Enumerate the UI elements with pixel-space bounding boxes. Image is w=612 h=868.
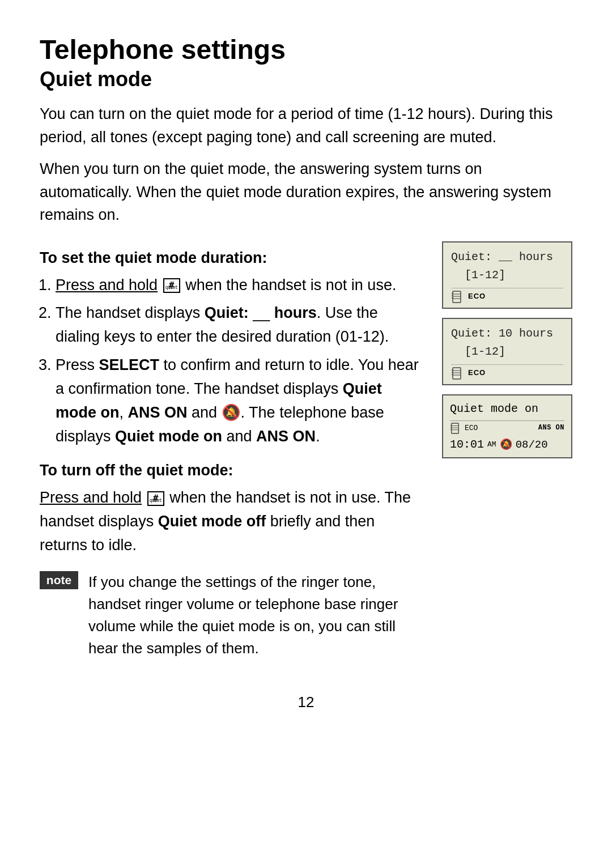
step3-bold3: ANS ON: [128, 404, 188, 421]
main-content-area: To set the quiet mode duration: Press an…: [40, 236, 572, 659]
lcd-screen-3: Quiet mode on ECO ANS ON: [442, 394, 572, 459]
svg-rect-0: [453, 291, 461, 303]
screen3-date: 08/20: [516, 436, 548, 453]
set-duration-heading: To set the quiet mode duration:: [40, 249, 419, 267]
intro-paragraph-2: When you turn on the quiet mode, the ans…: [40, 158, 572, 227]
step3-text-middle2: ,: [120, 404, 128, 421]
step3-text-before: Press: [56, 356, 99, 373]
screen3-status-row: ECO ANS ON: [450, 420, 564, 435]
svg-rect-7: [453, 368, 461, 379]
left-column: To set the quiet mode duration: Press an…: [40, 236, 419, 659]
phone-book-icon-2: [451, 367, 462, 380]
step3-text-end: .: [316, 428, 320, 445]
step1-press-hold: Press and hold: [56, 276, 158, 293]
screen3-time: 10:01: [450, 436, 484, 454]
screen1-line1: Quiet: __ hours: [451, 248, 563, 266]
turn-off-quiet-key-icon: #quiet: [147, 491, 164, 506]
lcd-screen-1: Quiet: __ hours [1-12] ECO: [442, 241, 572, 309]
turn-off-section: To turn off the quiet mode: Press and ho…: [40, 462, 419, 558]
turn-off-heading: To turn off the quiet mode:: [40, 462, 419, 479]
svg-rect-14: [452, 423, 459, 433]
screen1-line2: [1-12]: [451, 266, 563, 284]
phone-book-icon-3: [450, 423, 460, 434]
screen1-bottom-bar: ECO: [451, 288, 563, 303]
step3-bold5: ANS ON: [256, 428, 316, 445]
screen2-line2: [1-12]: [451, 343, 563, 361]
page-title: Telephone settings: [40, 34, 572, 65]
steps-list: Press and hold #quiet when the handset i…: [40, 274, 419, 449]
section-subtitle: Quiet mode: [40, 67, 572, 91]
quiet-key-icon: #quiet: [163, 278, 180, 293]
step-3: Press SELECT to confirm and return to id…: [56, 354, 419, 448]
screen3-line1: Quiet mode on: [450, 400, 564, 418]
step-1: Press and hold #quiet when the handset i…: [56, 274, 419, 297]
step3-text-middle5: and: [222, 428, 256, 445]
step2-bold2: hours: [274, 304, 317, 321]
step-2: The handset displays Quiet: __ hours. Us…: [56, 301, 419, 349]
turn-off-bold: Quiet mode off: [158, 513, 266, 530]
screen3-ans-on-label: ANS ON: [538, 423, 564, 433]
turn-off-hashtag-icon: #quiet: [146, 489, 170, 506]
note-box: note If you change the settings of the r…: [40, 571, 419, 659]
page-number: 12: [40, 693, 572, 711]
screen3-time-suffix: AM: [487, 439, 496, 451]
screen2-eco-label: ECO: [468, 367, 486, 379]
step3-text-middle3: and: [188, 404, 222, 421]
step2-bold1: Quiet:: [205, 304, 249, 321]
screen3-eco-label: ECO: [465, 423, 478, 435]
screen1-eco-label: ECO: [468, 291, 486, 303]
phone-book-icon-1: [451, 291, 462, 303]
step2-text-middle: __: [249, 304, 274, 321]
screen2-bottom-bar: ECO: [451, 364, 563, 380]
lcd-screen-2: Quiet: 10 hours [1-12] ECO: [442, 318, 572, 385]
turn-off-paragraph: Press and hold #quiet when the handset i…: [40, 486, 419, 558]
note-text: If you change the settings of the ringer…: [88, 571, 419, 659]
screen3-time-row: 10:01AM 🔕 08/20: [450, 436, 564, 454]
bell-icon: 🔕: [500, 437, 512, 453]
step1-hashtag-icon: #quiet: [162, 276, 186, 293]
right-column-screens: Quiet: __ hours [1-12] ECO Quiet: 10 hou…: [442, 241, 572, 459]
step1-post-text: when the handset is not in use.: [185, 276, 396, 293]
turn-off-press-hold: Press and hold: [40, 489, 142, 506]
step2-text-before: The handset displays: [56, 304, 205, 321]
step3-bold1: SELECT: [99, 356, 160, 373]
step3-symbol: 🔕: [222, 404, 241, 421]
note-label: note: [40, 571, 78, 589]
screen3-left-status: ECO: [450, 423, 478, 435]
intro-paragraph-1: You can turn on the quiet mode for a per…: [40, 103, 572, 148]
screen2-line1: Quiet: 10 hours: [451, 325, 563, 343]
step3-bold4: Quiet mode on: [115, 428, 222, 445]
